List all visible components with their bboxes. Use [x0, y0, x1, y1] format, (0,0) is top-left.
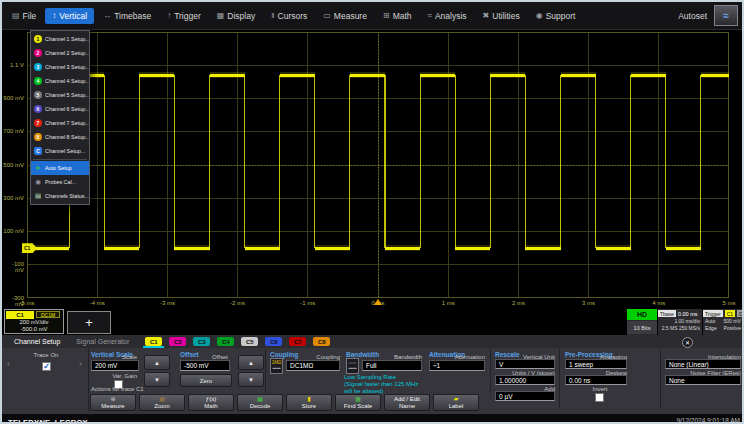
menu-item-auto-setup[interactable]: ∗Auto Setup: [31, 161, 89, 175]
menu-item-label: Probes Cal...: [45, 179, 76, 185]
scale-down-button[interactable]: ▼: [144, 372, 170, 387]
trigger-position-marker[interactable]: [374, 299, 382, 305]
action-zoom[interactable]: ◎Zoom: [139, 394, 185, 411]
waveform-grid[interactable]: [27, 32, 729, 298]
add-trace-button[interactable]: +: [67, 311, 111, 334]
action-math[interactable]: ƒ(x)Math: [188, 394, 234, 411]
action-label: Store: [302, 403, 316, 410]
coupling-impedance-icon: 1MΩ ▬▬: [270, 358, 283, 374]
measure-icon: ▭: [323, 11, 331, 20]
action-decode[interactable]: ▦Decode: [237, 394, 283, 411]
bandwidth-icon: ▭▭▬▬: [346, 358, 359, 374]
channel-chip-c7[interactable]: C7: [289, 337, 306, 346]
channel-chip-c2[interactable]: C2: [169, 337, 186, 346]
menu-label: Analysis: [435, 11, 467, 21]
noise-filter-field[interactable]: None: [665, 375, 741, 385]
menu-trigger[interactable]: ↑Trigger: [160, 8, 208, 24]
menu-file[interactable]: ▤File: [5, 8, 43, 24]
units-per-v-field[interactable]: 1.000000: [495, 375, 555, 385]
channels-status-icon: ▤: [34, 192, 42, 200]
attenuation-field[interactable]: ÷1: [429, 360, 485, 371]
offset-down-button[interactable]: ▼: [238, 372, 264, 387]
channel-badge-icon: C: [34, 147, 42, 155]
coupling-field[interactable]: DC1MΩ: [286, 360, 340, 371]
menu-item-channel-5-setup[interactable]: 5Channel 5 Setup...: [31, 88, 89, 102]
menu-item-channel-4-setup[interactable]: 4Channel 4 Setup...: [31, 74, 89, 88]
channel-chip-c1[interactable]: C1: [145, 337, 162, 346]
y-axis-label: 500 mV: [2, 162, 24, 168]
menu-display[interactable]: ▦Display: [210, 8, 262, 24]
menu-math[interactable]: ⊞Math: [376, 8, 419, 24]
action-label[interactable]: ▰Label: [433, 394, 479, 411]
menu-support[interactable]: ◉Support: [529, 8, 583, 24]
action-find-scale[interactable]: ▩Find Scale: [335, 394, 381, 411]
trace-on-label: Trace On: [18, 352, 74, 358]
autoset-button[interactable]: Autoset: [678, 11, 707, 21]
menu-item-label: Channel 6 Setup...: [45, 106, 89, 112]
prev-trace-arrow[interactable]: ‹: [7, 359, 10, 369]
hd-bits: 10 Bits: [627, 321, 657, 334]
interpolation-field[interactable]: None (Linear): [665, 359, 741, 369]
x-axis-label: -4 ms: [82, 300, 112, 306]
divider: [88, 348, 89, 412]
timebase-box[interactable]: Tbase 0.00 ms 1.00 ms/div 2.5 MS 250 MS/…: [658, 309, 702, 335]
menu-measure[interactable]: ▭Measure: [316, 8, 374, 24]
channel-chip-c6[interactable]: C6: [265, 337, 282, 346]
menu-cursors[interactable]: ‖Cursors: [264, 8, 314, 24]
channel-chip-row: C1C2C3C4C5C6C7C8: [145, 337, 330, 346]
channel-chip-c3[interactable]: C3: [193, 337, 210, 346]
menu-vertical[interactable]: ↕Vertical: [45, 8, 94, 24]
invert-checkbox[interactable]: [595, 393, 604, 402]
menu-item-channel-7-setup[interactable]: 7Channel 7 Setup...: [31, 116, 89, 130]
next-trace-arrow[interactable]: ›: [79, 359, 82, 369]
menu-label: Trigger: [174, 11, 201, 21]
bandwidth-field[interactable]: Full: [362, 360, 422, 371]
menu-label: File: [23, 11, 37, 21]
file-icon: ▤: [12, 11, 20, 20]
offset-up-button[interactable]: ▲: [238, 355, 264, 370]
menu-item-channel-6-setup[interactable]: 6Channel 6 Setup...: [31, 102, 89, 116]
zero-button[interactable]: Zero: [180, 374, 232, 387]
menu-item-channel-setup[interactable]: CChannel Setup...: [31, 144, 89, 158]
averaging-field[interactable]: 1 sweep: [565, 359, 627, 369]
channel-chip-c5[interactable]: C5: [241, 337, 258, 346]
menu-analysis[interactable]: ≈Analysis: [421, 8, 474, 24]
menu-item-channels-status[interactable]: ▤Channels Status...: [31, 189, 89, 203]
menu-item-channel-3-setup[interactable]: 3Channel 3 Setup...: [31, 60, 89, 74]
action-measure[interactable]: ⊕Measure: [90, 394, 136, 411]
add-field[interactable]: 0 µV: [495, 391, 555, 401]
channel-badge-icon: 3: [34, 63, 42, 71]
up-arrow-icon: ▲: [248, 360, 254, 366]
auto-setupicon: ∗: [34, 164, 42, 172]
tab-channel-setup[interactable]: Channel Setup: [14, 338, 60, 345]
tab-signal-generator[interactable]: Signal Generator: [76, 338, 129, 345]
descriptor-channel-chip: C1: [6, 311, 34, 319]
menu-item-channel-8-setup[interactable]: 8Channel 8 Setup...: [31, 130, 89, 144]
menu-item-channel-2-setup[interactable]: 2Channel 2 Setup...: [31, 46, 89, 60]
trace-on-checkbox[interactable]: ✓: [42, 362, 51, 371]
action-add-edit[interactable]: Add / EditName: [384, 394, 430, 411]
offset-field[interactable]: -500 mV: [180, 360, 230, 371]
trigger-source-chip: C1: [725, 310, 735, 317]
trigger-icon: ↑: [167, 11, 171, 20]
acquisition-mode-box[interactable]: HD 10 Bits: [627, 309, 657, 335]
close-panel-button[interactable]: ✕: [682, 337, 693, 348]
trace-descriptor-c1[interactable]: C1 DC1M 200 mV/div -500.0 mV: [4, 309, 64, 334]
scale-up-button[interactable]: ▲: [144, 355, 170, 370]
menu-utilities[interactable]: ✖Utilities: [476, 8, 527, 24]
vertical-unit-field[interactable]: V: [495, 359, 555, 369]
x-axis-label: -3 ms: [152, 300, 182, 306]
brand-lecroy: LECROY: [55, 418, 88, 424]
math-icon: ⊞: [383, 11, 390, 20]
menu-item-probes-cal[interactable]: ◉Probes Cal...: [31, 175, 89, 189]
action-store[interactable]: ▮Store: [286, 394, 332, 411]
channel-chip-c4[interactable]: C4: [217, 337, 234, 346]
deskew-field[interactable]: 0.00 ns: [565, 375, 627, 385]
channel-chip-c8[interactable]: C8: [313, 337, 330, 346]
x-axis-label: 5 ms: [714, 300, 744, 306]
scale-field[interactable]: 200 mV: [91, 360, 139, 371]
trigger-box[interactable]: Trigger C1 DC Auto 500 mV Edge Positive: [703, 309, 744, 335]
menu-timebase[interactable]: ↔Timebase: [96, 8, 158, 24]
x-axis-label: 1 ms: [433, 300, 463, 306]
menu-item-channel-1-setup[interactable]: 1Channel 1 Setup...: [31, 32, 89, 46]
